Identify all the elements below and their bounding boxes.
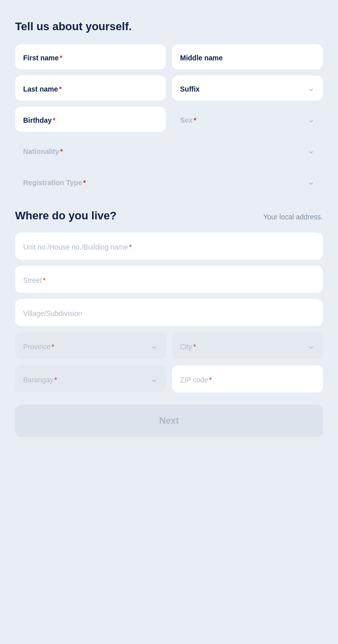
- street-field[interactable]: Street*: [15, 266, 323, 293]
- sex-label: Sex*: [180, 116, 196, 124]
- suffix-chevron-icon: ⌄: [307, 83, 315, 94]
- nationality-chevron-icon: ⌄: [307, 145, 315, 156]
- suffix-field[interactable]: Suffix ⌄: [172, 75, 323, 101]
- registration-type-field[interactable]: Registration Type* ⌄: [15, 169, 323, 194]
- nationality-field[interactable]: Nationality* ⌄: [15, 138, 323, 163]
- first-name-label: First name*: [23, 54, 62, 62]
- sex-field[interactable]: Sex* ⌄: [172, 107, 323, 132]
- village-field[interactable]: Village/Subdivision: [15, 299, 323, 326]
- barangay-field[interactable]: Barangay* ⌄: [15, 365, 166, 392]
- barangay-label: Barangay*: [23, 376, 57, 384]
- province-label: Province*: [23, 343, 54, 351]
- sex-chevron-icon: ⌄: [307, 114, 315, 125]
- middle-name-label: Middle name: [180, 54, 223, 62]
- next-button[interactable]: Next: [15, 405, 323, 437]
- nationality-label: Nationality*: [23, 147, 63, 155]
- last-name-label: Last name*: [23, 85, 62, 93]
- suffix-label: Suffix: [180, 85, 200, 93]
- village-label: Village/Subdivision: [23, 309, 82, 317]
- city-field[interactable]: City* ⌄: [172, 332, 323, 359]
- birthday-label: Birthday*: [23, 116, 55, 124]
- zip-field[interactable]: ZIP code*: [172, 365, 323, 392]
- birthday-field[interactable]: Birthday*: [15, 107, 166, 132]
- province-chevron-icon: ⌄: [150, 340, 158, 351]
- city-label: City*: [180, 343, 196, 351]
- unit-field[interactable]: Unit no./House no./Building name*: [15, 232, 323, 260]
- unit-label: Unit no./House no./Building name*: [23, 243, 132, 251]
- section1-title: Tell us about yourself.: [15, 20, 323, 33]
- city-chevron-icon: ⌄: [307, 340, 315, 351]
- zip-label: ZIP code*: [180, 376, 212, 384]
- barangay-chevron-icon: ⌄: [150, 373, 158, 384]
- middle-name-field[interactable]: Middle name: [172, 44, 323, 69]
- street-label: Street*: [23, 276, 46, 284]
- section2-title: Where do you live?: [15, 209, 117, 222]
- section2-subtitle: Your local address.: [263, 213, 323, 221]
- last-name-field[interactable]: Last name*: [15, 75, 166, 101]
- section2-header: Where do you live? Your local address.: [15, 209, 323, 222]
- province-field[interactable]: Province* ⌄: [15, 332, 166, 359]
- first-name-field[interactable]: First name*: [15, 44, 166, 69]
- registration-type-chevron-icon: ⌄: [307, 176, 315, 187]
- registration-type-label: Registration Type*: [23, 179, 86, 187]
